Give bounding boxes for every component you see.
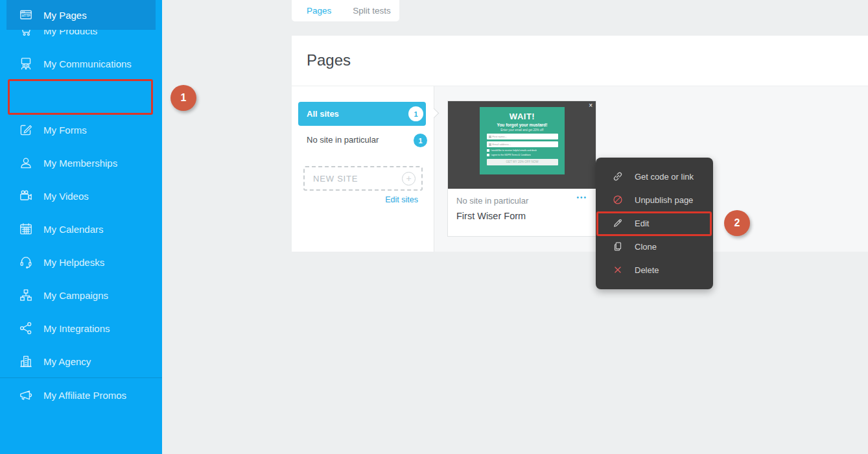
filter-all-sites[interactable]: All sites 1 bbox=[298, 102, 426, 126]
sidebar-divider bbox=[0, 377, 162, 378]
thumb-checkbox2-label: I agree to the GDPR Terms & Conditions bbox=[491, 154, 532, 156]
sidebar-item-my-pages[interactable]: HTTP My Pages bbox=[6, 0, 156, 30]
campaigns-sitemap-icon bbox=[18, 287, 34, 303]
checkbox-icon bbox=[487, 154, 489, 156]
edit-pencil-icon bbox=[612, 217, 624, 229]
integrations-share-icon bbox=[18, 320, 34, 336]
no-site-label: No site in particular bbox=[307, 135, 379, 145]
sidebar: My Products My Communications HTTP My Pa… bbox=[0, 0, 162, 454]
envelope-icon bbox=[489, 143, 491, 146]
menu-item-label: Edit bbox=[635, 219, 649, 228]
sidebar-item-label: My Videos bbox=[43, 191, 89, 202]
new-site-label: NEW SITE bbox=[313, 174, 358, 184]
thumb-checkbox1-label: I would like to receive helpful emails a… bbox=[491, 149, 537, 152]
app-window: My Products My Communications HTTP My Pa… bbox=[0, 0, 868, 454]
forms-pencil-icon bbox=[18, 122, 34, 137]
tab-bar: Pages Split tests bbox=[292, 0, 399, 21]
card-site-label: No site in particular bbox=[456, 196, 587, 206]
thumb-email-placeholder: Email address... bbox=[493, 143, 511, 146]
menu-item-label: Get code or link bbox=[635, 172, 694, 182]
agency-building-icon bbox=[18, 353, 34, 369]
checkbox-icon bbox=[487, 149, 489, 152]
calendars-icon bbox=[18, 221, 34, 237]
thumb-submit-button: GET MY 20% OFF NOW bbox=[487, 159, 558, 165]
annotation-step-1: 1 bbox=[170, 85, 196, 111]
thumb-email-field: Email address... bbox=[487, 141, 558, 147]
pages-header-panel: Pages bbox=[292, 36, 868, 86]
helpdesks-headset-icon bbox=[18, 254, 34, 270]
menu-item-get-code-or-link[interactable]: Get code or link bbox=[596, 165, 713, 188]
sidebar-item-label: My Forms bbox=[43, 125, 87, 136]
menu-item-delete[interactable]: Delete bbox=[596, 258, 713, 281]
unpublish-icon bbox=[612, 194, 624, 206]
card-page-title: First Wiser Form bbox=[456, 211, 587, 221]
sidebar-item-my-memberships[interactable]: My Memberships bbox=[0, 150, 162, 176]
sidebar-item-my-integrations[interactable]: My Integrations bbox=[0, 315, 162, 341]
sidebar-item-my-affiliate-promos[interactable]: My Affiliate Promos bbox=[0, 382, 162, 408]
sidebar-item-label: My Integrations bbox=[43, 323, 110, 334]
clone-pages-icon bbox=[612, 241, 624, 252]
menu-item-label: Clone bbox=[635, 242, 657, 252]
edit-sites-link[interactable]: Edit sites bbox=[385, 195, 418, 204]
page-title: Pages bbox=[307, 51, 351, 69]
menu-item-label: Delete bbox=[635, 265, 659, 275]
thumb-checkbox-row: I would like to receive helpful emails a… bbox=[487, 149, 558, 152]
sidebar-item-my-forms[interactable]: My Forms bbox=[0, 117, 162, 143]
menu-item-edit[interactable]: Edit bbox=[596, 211, 713, 235]
thumb-checkbox-row: I agree to the GDPR Terms & Conditions bbox=[487, 154, 558, 156]
thumbnail-popup-form: WAIT! You forgot your mustard! Enter you… bbox=[480, 107, 565, 174]
person-icon bbox=[489, 136, 491, 138]
filter-no-site-in-particular[interactable]: No site in particular 1 bbox=[292, 133, 434, 149]
thumb-first-name-placeholder: First name... bbox=[493, 135, 507, 138]
annotation-step-2: 2 bbox=[724, 210, 750, 236]
sidebar-item-my-helpdesks[interactable]: My Helpdesks bbox=[0, 249, 162, 275]
sidebar-item-label: My Helpdesks bbox=[43, 257, 104, 268]
thumb-headline: WAIT! bbox=[480, 112, 565, 121]
videos-camera-icon bbox=[18, 188, 34, 204]
page-context-menu: Get code or link Unpublish page Edit Clo… bbox=[596, 158, 713, 289]
pages-http-icon: HTTP bbox=[18, 7, 34, 23]
thumb-note: Enter your email and get 20% off! bbox=[480, 128, 565, 132]
page-card[interactable]: × WAIT! You forgot your mustard! Enter y… bbox=[447, 101, 596, 237]
sidebar-item-label: My Calendars bbox=[43, 224, 104, 235]
svg-text:HTTP: HTTP bbox=[21, 14, 30, 18]
sites-panel: All sites 1 No site in particular 1 NEW … bbox=[292, 86, 434, 252]
sidebar-item-label: My Affiliate Promos bbox=[43, 390, 126, 401]
sidebar-item-label: My Memberships bbox=[43, 158, 117, 169]
sidebar-item-label: My Campaigns bbox=[43, 290, 108, 301]
sidebar-item-label: My Agency bbox=[43, 356, 91, 367]
thumb-subheadline: You forgot your mustard! bbox=[480, 123, 565, 127]
sidebar-item-my-videos[interactable]: My Videos bbox=[0, 183, 162, 209]
all-sites-label: All sites bbox=[307, 109, 339, 119]
card-options-dots-icon[interactable]: ••• bbox=[576, 194, 587, 201]
sidebar-item-label: My Communications bbox=[43, 58, 132, 69]
plus-icon: + bbox=[402, 172, 416, 185]
tab-pages[interactable]: Pages bbox=[307, 6, 331, 16]
link-icon bbox=[612, 171, 624, 182]
communications-icon bbox=[18, 56, 34, 71]
all-sites-count-badge: 1 bbox=[408, 106, 423, 121]
no-site-count-badge: 1 bbox=[414, 134, 427, 147]
sidebar-item-my-agency[interactable]: My Agency bbox=[0, 348, 162, 374]
new-site-button[interactable]: NEW SITE + bbox=[303, 166, 423, 191]
sidebar-item-my-communications[interactable]: My Communications bbox=[0, 51, 162, 77]
menu-item-clone[interactable]: Clone bbox=[596, 235, 713, 258]
sidebar-item-label: My Pages bbox=[43, 10, 87, 21]
tab-split-tests[interactable]: Split tests bbox=[353, 6, 391, 16]
page-card-info: No site in particular ••• First Wiser Fo… bbox=[448, 189, 596, 236]
page-thumbnail: × WAIT! You forgot your mustard! Enter y… bbox=[448, 101, 596, 189]
sidebar-item-my-calendars[interactable]: My Calendars bbox=[0, 216, 162, 242]
affiliate-megaphone-icon bbox=[18, 387, 34, 403]
close-icon[interactable]: × bbox=[589, 102, 592, 109]
menu-item-label: Unpublish page bbox=[635, 195, 693, 205]
memberships-person-icon bbox=[18, 155, 34, 171]
thumb-first-name-field: First name... bbox=[487, 134, 558, 139]
sidebar-item-my-campaigns[interactable]: My Campaigns bbox=[0, 282, 162, 308]
delete-x-icon bbox=[612, 264, 624, 276]
menu-item-unpublish-page[interactable]: Unpublish page bbox=[596, 188, 713, 211]
